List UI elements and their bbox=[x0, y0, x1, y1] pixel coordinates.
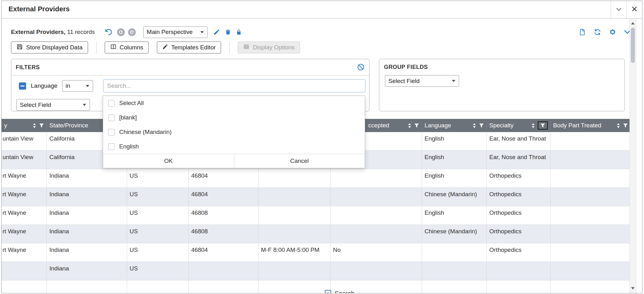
filter-value-option[interactable]: English bbox=[103, 139, 365, 154]
filter-icon[interactable] bbox=[623, 123, 628, 128]
table-cell bbox=[551, 280, 631, 293]
delete-icon[interactable] bbox=[225, 29, 231, 36]
table-cell: US bbox=[127, 225, 189, 243]
vertical-scrollbar[interactable] bbox=[630, 19, 636, 293]
table-cell bbox=[551, 206, 631, 225]
table-row[interactable]: rt WayneIndianaUS46804M-F 8:00 AM-5:00 P… bbox=[2, 243, 631, 262]
perspective-select[interactable]: Main Perspective bbox=[143, 26, 208, 38]
table-cell bbox=[551, 243, 631, 262]
table-cell: US bbox=[127, 169, 189, 187]
table-row[interactable]: rt WayneIndianaUS46804EnglishOrthopedics bbox=[2, 169, 631, 188]
sort-icon[interactable] bbox=[616, 123, 621, 128]
filter-icon[interactable] bbox=[479, 123, 484, 128]
table-cell: No bbox=[330, 243, 422, 262]
filter-enabled-checkbox[interactable] bbox=[19, 82, 26, 90]
record-summary-title: External Providers, bbox=[11, 29, 65, 35]
filter-icon[interactable] bbox=[39, 123, 44, 128]
filter-value-dropdown: Select All[blank]Chinese (Mandarin)Engli… bbox=[103, 96, 365, 168]
refresh-icon[interactable] bbox=[594, 28, 601, 36]
checkbox-icon[interactable] bbox=[108, 100, 115, 107]
settings-icon[interactable] bbox=[609, 28, 616, 36]
checkbox-icon[interactable] bbox=[108, 114, 115, 121]
scroll-up-arrow-icon[interactable] bbox=[630, 19, 636, 27]
group-field-select[interactable]: Select Field bbox=[385, 75, 459, 87]
lock-icon[interactable] bbox=[236, 29, 242, 36]
templates-editor-button[interactable]: Templates Editor bbox=[157, 42, 221, 53]
collapse-dialog-button[interactable] bbox=[611, 1, 626, 18]
edit-icon[interactable] bbox=[213, 29, 220, 36]
column-header[interactable]: Body Part Treated bbox=[551, 119, 631, 132]
redo-icon[interactable] bbox=[128, 28, 136, 36]
table-cell bbox=[258, 280, 330, 293]
footer-search-icon bbox=[325, 290, 331, 293]
record-summary: External Providers, 11 records bbox=[11, 29, 95, 36]
filter-operator-value: in bbox=[66, 82, 70, 89]
filter-icon[interactable] bbox=[538, 121, 548, 130]
table-cell bbox=[422, 262, 487, 280]
sort-icon[interactable] bbox=[407, 123, 412, 128]
table-cell: English bbox=[422, 132, 487, 150]
sort-icon[interactable] bbox=[32, 123, 37, 128]
filter-icon[interactable] bbox=[414, 123, 419, 128]
table-cell bbox=[330, 262, 422, 280]
table-row[interactable]: rt WayneIndianaUS46808EnglishOrthopedics bbox=[2, 206, 631, 225]
table-cell: rt Wayne bbox=[2, 243, 47, 262]
checkbox-icon[interactable] bbox=[108, 129, 115, 136]
close-dialog-button[interactable] bbox=[626, 1, 642, 18]
table-row[interactable]: rt WayneIndianaUS46804Chinese (Mandarin)… bbox=[2, 188, 631, 206]
checkbox-icon[interactable] bbox=[108, 143, 115, 150]
column-header[interactable]: Language bbox=[422, 119, 487, 132]
clear-filters-icon[interactable] bbox=[357, 63, 365, 72]
titlebar-controls bbox=[611, 1, 642, 18]
filter-value-option[interactable]: Select All bbox=[103, 96, 365, 110]
table-cell bbox=[258, 262, 330, 280]
store-displayed-data-label: Store Displayed Data bbox=[26, 44, 83, 51]
chevron-down-icon bbox=[452, 80, 456, 82]
column-header-label: Language bbox=[425, 122, 451, 129]
store-displayed-data-button[interactable]: Store Displayed Data bbox=[11, 42, 88, 53]
columns-icon bbox=[110, 43, 117, 52]
table-cell: 46804 bbox=[189, 169, 258, 187]
table-cell: Orthopedics bbox=[487, 206, 551, 225]
column-header-label: State/Province bbox=[49, 122, 88, 129]
group-fields-panel: GROUP FIELDS Select Field bbox=[379, 59, 625, 111]
table-cell: English bbox=[422, 151, 487, 169]
table-row[interactable] bbox=[2, 280, 631, 293]
table-cell bbox=[487, 262, 551, 280]
display-options-button[interactable]: Display Options bbox=[238, 42, 300, 53]
undo-icon[interactable] bbox=[104, 28, 113, 36]
sort-icon[interactable] bbox=[531, 123, 536, 128]
filter-value-search-input[interactable] bbox=[103, 79, 365, 92]
columns-button[interactable]: Columns bbox=[105, 42, 149, 53]
filter-value-option[interactable]: Chinese (Mandarin) bbox=[103, 125, 365, 139]
perspective-select-value: Main Perspective bbox=[147, 29, 193, 36]
record-count: 11 records bbox=[67, 29, 95, 35]
filter-operator-select[interactable]: in bbox=[62, 80, 93, 92]
toolbar-divider bbox=[229, 42, 230, 53]
new-document-icon[interactable] bbox=[579, 28, 586, 36]
footer-search[interactable]: Search bbox=[325, 290, 354, 293]
filter-value-option[interactable]: [blank] bbox=[103, 110, 365, 125]
cancel-button[interactable]: Cancel bbox=[234, 154, 365, 168]
redo-icon[interactable] bbox=[117, 28, 125, 36]
columns-label: Columns bbox=[120, 44, 143, 51]
table-row[interactable]: IndianaUS bbox=[2, 262, 631, 280]
column-header[interactable]: y bbox=[2, 119, 47, 132]
table-row[interactable]: rt WayneIndianaUS46808Chinese (Mandarin)… bbox=[2, 225, 631, 243]
column-header-label: Body Part Treated bbox=[553, 122, 601, 129]
scrollbar-thumb[interactable] bbox=[631, 28, 635, 63]
table-cell: Orthopedics bbox=[487, 225, 551, 243]
table-cell: Ear, Nose and Throat bbox=[487, 132, 551, 150]
filter-value-label: English bbox=[119, 143, 139, 150]
table-cell: Indiana bbox=[47, 225, 127, 243]
column-header[interactable]: Specialty bbox=[487, 119, 551, 132]
footer-search-label: Search bbox=[335, 290, 354, 293]
add-filter-field-select[interactable]: Select Field bbox=[16, 99, 90, 111]
filters-panel-header: FILTERS bbox=[11, 59, 369, 75]
action-toolbar: Store Displayed Data Columns Templates E… bbox=[11, 42, 300, 53]
scroll-down-arrow-icon[interactable] bbox=[630, 285, 636, 292]
table-cell bbox=[551, 169, 631, 187]
table-cell bbox=[189, 262, 258, 280]
ok-button[interactable]: OK bbox=[103, 154, 234, 168]
sort-icon[interactable] bbox=[472, 123, 477, 128]
